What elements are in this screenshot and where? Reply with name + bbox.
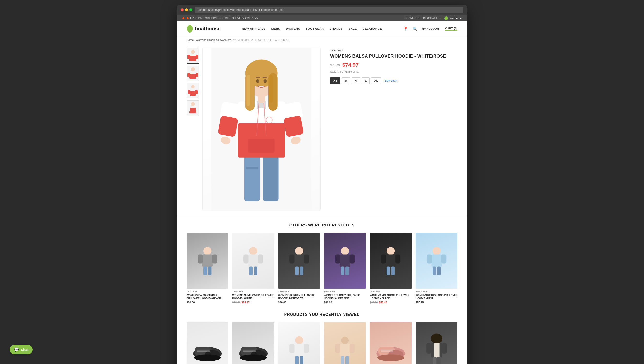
logo[interactable]: boathouse	[187, 25, 221, 33]
my-account-button[interactable]: MY ACCOUNT	[422, 27, 441, 30]
minimize-dot[interactable]	[185, 8, 188, 11]
others-interested-title: OTHERS WERE INTERESTED IN	[187, 223, 457, 228]
product-card-recent-5[interactable]: HARLOW WOMENS HARPER CARDI $58.00$39.99	[416, 322, 457, 364]
svg-point-9	[191, 68, 195, 71]
product-card-others-0[interactable]: TENTREE WOMENS BALSA CLRBLK PULLOVER HOO…	[187, 233, 228, 304]
size-xl[interactable]: XL	[371, 77, 381, 84]
product-card-others-2[interactable]: TENTREE WOMENS BURNEY PULLOVER HOODIE- M…	[278, 233, 320, 304]
cart-underline	[445, 30, 457, 31]
product-card-image-others-3	[324, 233, 366, 288]
product-figure-1	[242, 237, 265, 284]
size-m[interactable]: M	[352, 77, 360, 84]
product-price-1: $78.00$74.97	[232, 301, 274, 304]
size-l[interactable]: L	[362, 77, 370, 84]
svg-point-47	[203, 247, 211, 255]
product-card-recent-4[interactable]: ADIDAS WOMENS PHARRELL WILLIAMS TENNIS H…	[370, 322, 412, 364]
breadcrumb-home[interactable]: Home	[187, 38, 194, 41]
site-header: boathouse NEW ARRIVALS MENS WOMENS FOOTW…	[177, 21, 467, 36]
announcement-message: 🍁 FREE IN-STORE PICKUP · FREE DELIVERY O…	[186, 17, 258, 20]
thumbnail-2[interactable]	[187, 66, 199, 81]
nav-sale[interactable]: SALE	[349, 27, 357, 30]
thumbnail-3[interactable]	[187, 83, 199, 98]
thumbnail-4[interactable]	[187, 100, 199, 116]
svg-rect-15	[188, 90, 190, 94]
product-name-4: WOMENS VOL STONE PULLOVER HOODIE - BLACK	[370, 294, 412, 300]
size-xs[interactable]: XS	[330, 77, 340, 84]
recently-viewed-grid: CONVERSE WOMENS CHUCK TAYLOR ALLSTARS BA…	[187, 322, 457, 364]
svg-rect-43	[246, 75, 250, 106]
nav-brands[interactable]: BRANDS	[330, 27, 343, 30]
thumb-img-3	[187, 84, 198, 98]
size-s[interactable]: S	[342, 77, 350, 84]
product-brand-5: BILLABONG	[416, 290, 457, 293]
svg-rect-72	[386, 254, 396, 267]
product-main-image	[202, 48, 320, 211]
svg-rect-73	[381, 254, 386, 264]
svg-point-88	[194, 354, 221, 361]
svg-rect-96	[294, 344, 304, 357]
svg-rect-74	[395, 254, 400, 264]
product-brand-1: TENTREE	[232, 290, 274, 293]
leaf-icon-small	[444, 16, 448, 20]
svg-rect-35	[283, 116, 304, 137]
product-card-recent-0[interactable]: CONVERSE WOMENS CHUCK TAYLOR ALLSTARS BA…	[187, 322, 228, 364]
product-card-others-4[interactable]: VOLCOM WOMENS VOL STONE PULLOVER HOODIE …	[370, 233, 412, 304]
svg-point-53	[249, 247, 257, 255]
svg-rect-78	[431, 254, 442, 267]
svg-rect-80	[441, 254, 446, 264]
svg-rect-81	[433, 266, 436, 275]
url-bar[interactable]: boathouse.com/products/womens-balsa-pull…	[195, 7, 463, 12]
product-card-image-others-0	[187, 233, 228, 288]
rewards-link[interactable]: REWARDS	[406, 17, 419, 20]
product-card-recent-3[interactable]: ONLY WOMENS ANNA SHERPA JACKET - SND $55…	[324, 322, 366, 364]
search-icon[interactable]: 🔍	[413, 26, 417, 31]
svg-rect-54	[248, 254, 259, 267]
product-card-recent-2[interactable]: BILLABONG WOMENS WARM REGARDS PULLOVER H…	[278, 322, 320, 364]
svg-rect-118	[442, 343, 447, 354]
svg-rect-66	[340, 254, 350, 267]
product-card-others-3[interactable]: TENTREE WOMENS BURNEY PULLOVER HOODIE- A…	[324, 233, 366, 304]
svg-rect-63	[295, 266, 298, 275]
svg-rect-30	[248, 139, 274, 152]
nav-footwear[interactable]: FOOTWEAR	[306, 27, 324, 30]
site-container: TENTREE WOMENS BALSA PULLOVER HOODIE - W…	[177, 43, 467, 364]
svg-rect-104	[350, 344, 355, 353]
svg-rect-69	[341, 266, 344, 275]
svg-rect-97	[289, 344, 294, 353]
cart-button[interactable]: CART (0)	[445, 27, 457, 31]
product-brand: TENTREE	[330, 49, 460, 52]
product-card-recent-1[interactable]: CONVERSE WOMENS SHORELINE - BLACK $60.00…	[232, 322, 274, 364]
close-dot[interactable]	[181, 8, 184, 11]
product-name-0: WOMENS BALSA CLRBLK PULLOVER HOODIE- AUG…	[187, 294, 228, 300]
svg-rect-52	[208, 266, 211, 275]
thumb-img-2	[187, 66, 198, 80]
svg-rect-61	[289, 254, 294, 264]
shoe-figure-4	[374, 331, 408, 364]
product-card-image-others-5	[416, 233, 457, 288]
nav-womens[interactable]: WOMENS	[286, 27, 300, 30]
product-card-others-5[interactable]: BILLABONG WOMENS RETRO LOGO PULLOVER HOO…	[416, 233, 457, 304]
nav-clearance[interactable]: CLEARANCE	[363, 27, 382, 30]
svg-rect-98	[304, 344, 309, 353]
product-figure-5	[425, 237, 448, 284]
product-brand-0: TENTREE	[187, 290, 228, 293]
product-card-image-others-4	[370, 233, 412, 288]
location-icon[interactable]: 📍	[403, 26, 408, 31]
expand-dot[interactable]	[189, 8, 192, 11]
product-card-others-1[interactable]: TENTREE WOMENS SUNFLOWER PULLOVER HOODIE…	[232, 233, 274, 304]
svg-rect-56	[258, 254, 263, 264]
svg-rect-16	[195, 90, 198, 94]
browser-dots	[181, 8, 192, 11]
product-brand-3: TENTREE	[324, 290, 366, 293]
svg-rect-79	[427, 254, 432, 264]
size-chart-link[interactable]: Size Chart	[385, 79, 397, 82]
thumbnail-1[interactable]	[187, 48, 199, 64]
product-images	[177, 43, 328, 216]
breadcrumb-category[interactable]: Womens Hoodies & Sweaters	[196, 38, 231, 41]
svg-rect-6	[196, 55, 198, 59]
blackwell-link[interactable]: BLACKWELL~	[423, 17, 441, 20]
nav-new-arrivals[interactable]: NEW ARRIVALS	[242, 27, 265, 30]
product-card-image-recent-2	[278, 322, 320, 364]
nav-mens[interactable]: MENS	[271, 27, 280, 30]
browser-chrome: boathouse.com/products/womens-balsa-pull…	[177, 5, 467, 15]
